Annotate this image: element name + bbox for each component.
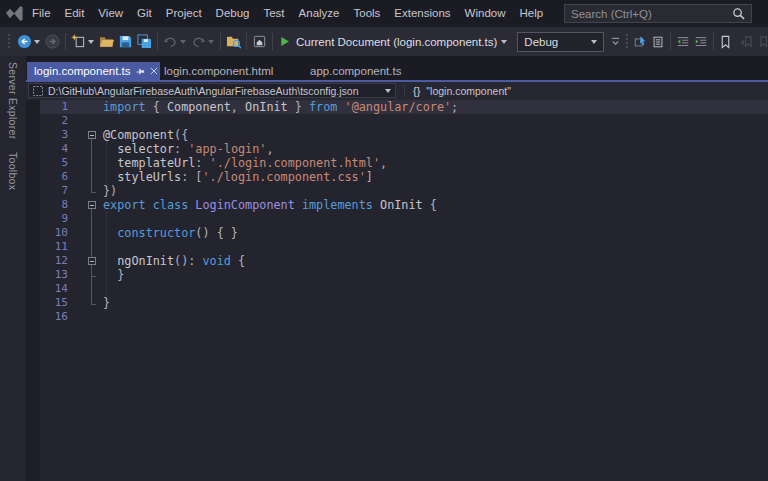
configuration-value: Debug: [524, 36, 591, 48]
line-number: 16: [40, 310, 68, 324]
document-selector-icon: [33, 86, 43, 96]
code-line-16[interactable]: [103, 310, 458, 324]
code-line-13[interactable]: }: [103, 268, 458, 282]
document-lines-icon: [651, 35, 665, 49]
back-dropdown-caret[interactable]: [34, 40, 40, 44]
undo-button[interactable]: [161, 34, 180, 49]
next-bookmark-button[interactable]: [756, 35, 768, 49]
bookmark-icon: [719, 35, 732, 49]
code-line-1[interactable]: import { Component, OnInit } from '@angu…: [103, 100, 458, 114]
save-all-button[interactable]: [135, 34, 154, 49]
redo-icon: [191, 34, 206, 49]
code-line-11[interactable]: [103, 240, 458, 254]
code-line-2[interactable]: [103, 114, 458, 128]
redo-button[interactable]: [189, 34, 208, 49]
menu-item-tools[interactable]: Tools: [346, 0, 387, 27]
code-content[interactable]: import { Component, OnInit } from '@angu…: [103, 100, 458, 324]
menu-item-edit[interactable]: Edit: [58, 0, 92, 27]
code-line-10[interactable]: constructor() { }: [103, 226, 458, 240]
fold-collapse-box[interactable]: [88, 201, 96, 209]
code-line-7[interactable]: }): [103, 184, 458, 198]
side-tab-toolbox[interactable]: Toolbox: [7, 152, 19, 190]
save-button[interactable]: [116, 34, 135, 49]
solution-configuration-select[interactable]: Debug: [517, 32, 604, 52]
code-line-4[interactable]: selector: 'app-login',: [103, 142, 458, 156]
menu-item-help[interactable]: Help: [513, 0, 551, 27]
run-target-label: Current Document (login.component.ts): [296, 36, 497, 48]
navigate-to-button[interactable]: [631, 35, 649, 49]
breakpoint-margin[interactable]: [26, 100, 40, 481]
line-number: 11: [40, 240, 68, 254]
line-number: 13: [40, 268, 68, 282]
run-button[interactable]: Current Document (login.component.ts): [276, 35, 509, 48]
document-outline-button[interactable]: [649, 35, 667, 49]
code-line-9[interactable]: [103, 212, 458, 226]
schema-selector[interactable]: {} "login.component": [404, 82, 511, 100]
menu-item-extensions[interactable]: Extensions: [387, 0, 457, 27]
decrease-indent-button[interactable]: [674, 35, 692, 49]
browser-window-icon: [252, 34, 267, 49]
menu-item-analyze[interactable]: Analyze: [292, 0, 347, 27]
navigate-back-button[interactable]: [13, 34, 34, 49]
undo-dropdown-caret[interactable]: [180, 40, 186, 44]
line-number: 15: [40, 296, 68, 310]
tab-login-component-html[interactable]: login.component.html: [158, 62, 302, 80]
browser-button[interactable]: [250, 34, 269, 49]
toolbar-grip-2[interactable]: [623, 33, 631, 51]
find-in-files-icon: [226, 34, 241, 49]
code-line-6[interactable]: styleUrls: ['./login.component.css']: [103, 170, 458, 184]
menu-bar: FileEditViewGitProjectDebugTestAnalyzeTo…: [0, 0, 768, 27]
menu-item-view[interactable]: View: [91, 0, 130, 27]
code-line-15[interactable]: }: [103, 296, 458, 310]
file-path-dropdown[interactable]: D:\GitHub\AngularFirebaseAuth\AngularFir…: [28, 83, 396, 98]
back-arrow-icon: [17, 34, 32, 49]
code-line-8[interactable]: export class LoginComponent implements O…: [103, 198, 458, 212]
redo-dropdown-caret[interactable]: [208, 40, 214, 44]
menu-item-window[interactable]: Window: [458, 0, 513, 27]
indent-guide: [106, 212, 108, 296]
search-box[interactable]: Search (Ctrl+Q): [564, 4, 752, 23]
code-line-3[interactable]: @Component({: [103, 128, 458, 142]
toggle-bookmark-button[interactable]: [717, 35, 734, 49]
menu-item-project[interactable]: Project: [159, 0, 209, 27]
new-file-button[interactable]: [69, 34, 88, 49]
navigate-forward-button[interactable]: [43, 34, 62, 49]
tab-strip: login.component.ts login.component.html …: [26, 56, 768, 82]
menu-item-test[interactable]: Test: [256, 0, 291, 27]
menu-item-file[interactable]: File: [25, 0, 58, 27]
run-dropdown-caret[interactable]: [501, 40, 507, 44]
side-tabs: Server ExplorerToolbox: [0, 62, 26, 191]
tab-login-component-ts[interactable]: login.component.ts: [27, 62, 160, 80]
fold-guide-corner: [91, 304, 96, 305]
pin-icon[interactable]: [136, 67, 145, 76]
find-in-files-button[interactable]: [224, 34, 243, 49]
toolbar-grip[interactable]: [0, 33, 13, 51]
side-tab-server-explorer[interactable]: Server Explorer: [7, 62, 19, 139]
menu-item-debug[interactable]: Debug: [209, 0, 257, 27]
play-icon: [278, 35, 291, 48]
navigation-bar: D:\GitHub\AngularFirebaseAuth\AngularFir…: [26, 82, 768, 100]
increase-indent-button[interactable]: [692, 35, 710, 49]
line-number: 12: [40, 254, 68, 268]
menu-item-git[interactable]: Git: [130, 0, 159, 27]
line-number: 6: [40, 170, 68, 184]
line-number: 14: [40, 282, 68, 296]
search-icon[interactable]: [732, 7, 745, 20]
forward-arrow-icon: [45, 34, 60, 49]
code-line-5[interactable]: templateUrl: './login.component.html',: [103, 156, 458, 170]
fold-collapse-box[interactable]: [88, 257, 96, 265]
toolbar-overflow-button[interactable]: [608, 35, 623, 48]
code-line-12[interactable]: ngOnInit(): void {: [103, 254, 458, 268]
close-icon[interactable]: [150, 67, 158, 75]
new-file-dropdown-caret[interactable]: [88, 40, 94, 44]
vs-window: FileEditViewGitProjectDebugTestAnalyzeTo…: [0, 0, 768, 481]
line-number: 8: [40, 198, 68, 212]
code-line-14[interactable]: [103, 282, 458, 296]
code-editor[interactable]: 12345678910111213141516 import { Compone…: [26, 100, 768, 481]
fold-collapse-box[interactable]: [88, 131, 96, 139]
open-file-button[interactable]: [97, 34, 116, 49]
side-tab-strip: Server ExplorerToolbox: [0, 56, 26, 481]
tab-app-component-ts[interactable]: app.component.ts: [302, 62, 436, 80]
previous-bookmark-button[interactable]: [738, 35, 756, 49]
path-dropdown-caret: [385, 89, 391, 93]
